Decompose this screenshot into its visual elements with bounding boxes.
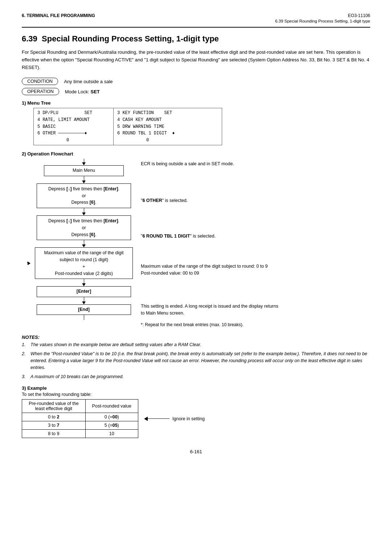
example-table: Pre-rounded value of theleast effective … [22,399,138,438]
table-row: 3 to 7 5 (=05) [22,421,138,430]
fc-note-1: ECR is being outside a sale and in SET m… [141,161,234,166]
note-item-1: 1. The values shown in the example below… [22,341,370,348]
cell-value-3: 10 [85,430,138,438]
menu-tree-label: 1) Menu Tree [22,100,370,106]
condition-badge: CONDITION [22,78,58,85]
example-table-area: Pre-rounded value of theleast effective … [22,399,370,438]
cell-range-3: 8 to 9 [22,430,86,438]
fc-end: [End] [37,304,131,315]
menu-tree: 3 DP/PLU SET 4 RATE, LIMIT AMOUNT 5 BASI… [33,108,222,145]
fc-note-2: "6 OTHER" is selected. [141,198,188,203]
condition-row: CONDITION Any time outside a sale [22,78,370,85]
menu-col-1: 3 DP/PLU SET 4 RATE, LIMIT AMOUNT 5 BASI… [34,108,114,145]
fc-depress2: Depress [↓] five times then [Enter].orDe… [37,215,131,240]
menu-col-2: 3 KEY FUNCTION SET 4 CASH KEY AMOUNT 5 D… [114,108,193,145]
flowchart-section: 2) Operation Flowchart Main [22,151,370,327]
intro-text: For Special Rounding and Denmark/Austral… [22,49,370,71]
condition-text: Any time outside a sale [64,79,113,84]
notes-section: NOTES: 1. The values shown in the exampl… [22,335,370,380]
cell-value-2: 5 (=05) [85,421,138,430]
header-sub: 6.39 Special Rounding Process Setting, 1… [22,19,370,23]
notes-title: NOTES: [22,335,370,340]
flowchart-notes: ECR is being outside a sale and in SET m… [141,159,279,327]
header: 6. TERMINAL FILE PROGRAMMING EO3-11106 [22,13,370,18]
table-row: 8 to 9 10 [22,430,138,438]
cell-value-1: 0 (=00) [85,413,138,421]
notes-list: 1. The values shown in the example below… [22,341,370,380]
col-header-1: Pre-rounded value of theleast effective … [22,400,86,413]
fc-enter: [Enter] [37,286,131,297]
table-row: 0 to 2 0 (=00) [22,413,138,421]
header-left: 6. TERMINAL FILE PROGRAMMING [22,13,95,18]
ignore-label: Ignore in setting [172,416,205,421]
fc-depress1: Depress [↓] five times then [Enter].orDe… [37,183,131,208]
page: 6. TERMINAL FILE PROGRAMMING EO3-11106 6… [0,0,392,555]
example-section: 3) Example To set the following rounding… [22,385,370,438]
operation-badge: OPERATION [22,88,59,95]
page-number: 6-161 [22,449,370,454]
operation-text: Mode Lock: SET [65,89,100,94]
star-note: *: Repeat for the next break entries (ma… [141,322,279,327]
note-item-2: 2. When the "Post-rounded Value" is to b… [22,351,370,372]
example-label: 3) Example [22,385,370,391]
flowchart-main: Main Menu Depress [↓] five times then [E… [35,159,133,320]
col-header-2: Post-rounded value [85,400,138,413]
fc-note-6: This setting is ended. A long receipt is… [141,303,279,317]
ignore-indicator: Ignore in setting [144,416,205,421]
cell-range-2: 3 to 7 [22,421,86,430]
flowchart-label: 2) Operation Flowchart [22,151,370,157]
cell-range-1: 0 to 2 [22,413,86,421]
fc-max-value: Maximum value of the range of the digits… [35,247,133,279]
operation-row: OPERATION Mode Lock: SET [22,88,370,95]
divider [22,27,370,28]
section-title: 6.39 Special Rounding Process Setting, 1… [22,34,370,44]
fc-main-menu: Main Menu [44,165,124,176]
note-item-3: 3. A maximum of 10 breaks can be program… [22,373,370,380]
fc-note-4: Maximum value of the range of the digit … [141,263,279,277]
fc-note-3: "6 ROUND TBL 1 DIGIT" is selected. [141,234,216,239]
header-right: EO3-11106 [348,13,370,18]
example-sub: To set the following rounding table: [22,392,370,397]
